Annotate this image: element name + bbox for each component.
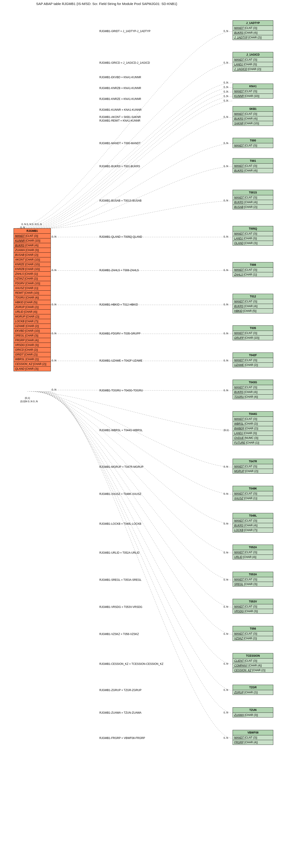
- field-row: TOGRU [CHAR (4)]: [233, 395, 273, 399]
- field-name: XAUSZ: [15, 286, 24, 290]
- field-name: BUSAB: [15, 253, 24, 256]
- entity-SKB1: SKB1MANDT [CLNT (3)]BUKRS [CHAR (4)]SAKN…: [233, 106, 273, 126]
- field-name: VZSKZ: [234, 637, 243, 640]
- field-row: ZUAWA [CHAR (3)]: [14, 248, 51, 253]
- field-type: [CHAR (2)]: [247, 68, 261, 71]
- cardinality-label: 0..N: [224, 711, 228, 714]
- entity-header: T012: [233, 294, 273, 299]
- entity-T056: T056MANDT [CLNT (3)]VZSKZ [CHAR (2)]: [233, 626, 273, 641]
- entity-header: J_1AGICD: [233, 52, 273, 57]
- entity-J_1ADTYP: J_1ADTYPMANDT [CLNT (3)]BUKRS [CHAR (4)]…: [233, 20, 273, 40]
- cardinality-label: 0..N: [224, 606, 228, 608]
- field-row: URLID [CHAR (4)]: [233, 555, 273, 559]
- field-type: [CLNT (3)]: [244, 332, 257, 335]
- field-type: [CHAR (2)]: [244, 427, 258, 430]
- field-type: [CLNT (3)]: [244, 659, 257, 662]
- field-row: FRGRP [CHAR (4)]: [233, 740, 273, 745]
- field-row: VRSDG [CHAR (3)]: [14, 343, 51, 347]
- field-row: ZAHLS [CHAR (1)]: [233, 272, 273, 277]
- field-name: WBRSL: [15, 358, 25, 361]
- field-row: VRSDG [CHAR (3)]: [233, 609, 273, 614]
- field-row: REMIT [CHAR (10)]: [14, 290, 51, 296]
- field-type: [CLNT (3)]: [244, 359, 257, 362]
- field-row: MANDT [CLNT (3)]: [233, 112, 273, 116]
- field-name: COMPANY: [234, 664, 248, 667]
- cardinality-label: 0..N: [224, 688, 228, 691]
- field-name: MANDT: [234, 300, 244, 303]
- field-type: [CHAR (10)]: [25, 282, 40, 285]
- entity-header: TZGR: [233, 685, 273, 690]
- field-type: [CHAR (4)]: [244, 741, 258, 744]
- field-name: VRSDG: [234, 610, 244, 613]
- cardinality-label: 0..N: [224, 30, 228, 32]
- field-row: HBKID [CHAR (5)]: [14, 300, 51, 305]
- entity-J_1AGICD: J_1AGICDMANDT [CLNT (3)]LAND1 [CHAR (3)]…: [233, 52, 273, 72]
- entity-T044G: T044GMANDT [CLNT (3)]WBRSL [CHAR (2)]BWB…: [233, 411, 273, 445]
- entity-VBWF08: VBWF08MANDT [CLNT (3)]FRGRP [CHAR (4)]: [233, 730, 273, 745]
- edge-label: RJGMB1-ZAHLS = T008-ZAHLS: [99, 269, 139, 272]
- entity-header: T053V: [233, 599, 273, 604]
- field-name: WBRSL: [234, 422, 244, 425]
- field-type: [CLNT (3)]: [244, 578, 257, 581]
- field-row: BUKRS [CHAR (4)]: [14, 243, 51, 248]
- field-name: MANDT: [234, 332, 244, 335]
- field-row: LAND1 [CHAR (3)]: [233, 62, 273, 67]
- field-row: VZSKZ [CHAR (2)]: [14, 276, 51, 281]
- field-name: TOGRU: [234, 395, 244, 398]
- field-row: VZSKZ [CHAR (2)]: [233, 636, 273, 641]
- cardinality-label: 0..N: [224, 551, 228, 554]
- edge-label: RJGMB1-KNRZE = KNA1-KUNNR: [99, 97, 141, 100]
- field-name: ZAHLS: [234, 273, 243, 276]
- field-type: [CHAR (3)]: [244, 610, 258, 613]
- edge-label: RJGMB1-KUNNR = KNA1-KUNNR: [99, 108, 141, 112]
- field-name: MANDT: [234, 164, 244, 167]
- field-type: [CHAR (2)]: [25, 358, 39, 361]
- entity-header: T001: [233, 158, 273, 164]
- diagram-canvas: SAP ABAP table RJGMB1 {IS-M/SD: Scr. Fie…: [0, 0, 292, 868]
- field-type: [CHAR (2)]: [245, 470, 258, 473]
- field-type: [CHAR (10)]: [24, 268, 40, 271]
- field-name: ZUAWA: [15, 249, 25, 252]
- field-type: [CHAR (4)]: [244, 391, 257, 394]
- field-name: ZGRUP: [234, 691, 244, 694]
- field-row: EKVBD [CHAR (10)]: [14, 329, 51, 333]
- edge-label: RJGMB1-FRGRP = VBWF08-FRGRP: [99, 737, 145, 740]
- field-row: MANDT [CLNT (3)]: [14, 234, 51, 239]
- cardinality-label: 0..N: [224, 359, 228, 362]
- entity-TZGR: TZGRZGRUP [CHAR (2)]: [233, 685, 273, 695]
- field-type: [CHAR (1)]: [245, 441, 259, 444]
- field-type: [CHAR (1)]: [24, 286, 38, 290]
- field-name: CESSION_KZ: [234, 669, 251, 672]
- field-name: FUTURE: [234, 441, 245, 444]
- field-type: [CLNT (3)]: [244, 268, 257, 271]
- entity-T008: T008MANDT [CLNT (3)]ZAHLS [CHAR (1)]: [233, 262, 273, 277]
- field-type: [CLNT (3)]: [244, 417, 257, 421]
- field-type: [CHAR (2)]: [32, 363, 46, 366]
- field-row: GRIDT [CHAR (2)]: [14, 352, 51, 357]
- entity-header: T043G: [233, 380, 273, 385]
- field-name: UZAWE: [234, 363, 244, 367]
- field-row: MANDT [CLNT (3)]: [233, 143, 273, 148]
- field-row: MANDT [CLNT (3)]: [233, 550, 273, 555]
- field-type: [CHAR (2)]: [244, 422, 258, 425]
- field-type: [CHAR (4)]: [244, 201, 257, 204]
- field-row: COMPANY [CHAR (4)]: [233, 663, 273, 668]
- entity-header: KNA1: [233, 84, 273, 89]
- entity-T000: T000MANDT [CLNT (3)]: [233, 138, 273, 148]
- field-name: BUKRS: [234, 31, 244, 34]
- cardinality-label: 0..N: [224, 95, 228, 97]
- field-name: UZAWE: [15, 324, 25, 328]
- edge-label: RJGMB1-BUSAB = T001S-BUSAB: [99, 199, 141, 202]
- field-name: URLID: [15, 310, 23, 313]
- edge-label: RJGMB1-BUKRS = T001-BUKRS: [99, 165, 140, 168]
- cardinality-label: 0..N: [224, 632, 228, 635]
- field-name: MANDT: [234, 112, 244, 116]
- edge-label: RJGMB1-QLAND = T005Q-QLAND: [99, 235, 142, 239]
- field-type: [CHAR (7)]: [24, 320, 38, 323]
- cardinality-label: 0..N: [224, 90, 228, 93]
- field-name: MANDT: [234, 359, 244, 362]
- field-row: MANDT [CLNT (3)]: [233, 57, 273, 62]
- field-name: ZGRUP: [15, 306, 25, 309]
- field-name: MANDT: [234, 632, 244, 635]
- entity-header: T005Q: [233, 226, 273, 231]
